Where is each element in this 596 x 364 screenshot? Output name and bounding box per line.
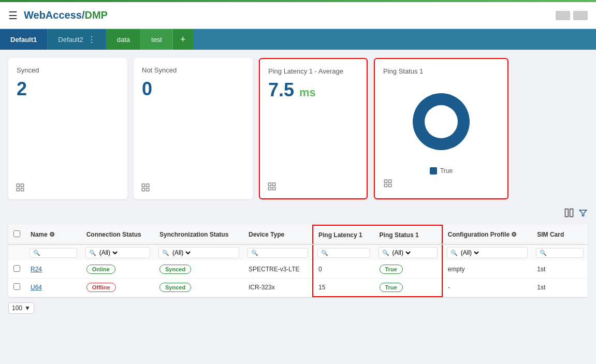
not-synced-card-icon [141,183,150,194]
row1-ping-status-badge: True [380,265,403,274]
svg-rect-16 [384,184,387,187]
header-device-type[interactable]: Device Type [243,225,313,244]
page-size-chevron-icon: ▼ [24,304,31,312]
svg-rect-17 [389,184,391,187]
row1-device-type: SPECTRE-v3-LTE [243,260,313,279]
row1-checkbox[interactable] [13,265,20,272]
row2-connection-badge: Offline [86,283,116,292]
donut-chart: 2 [405,85,477,158]
connection-status-filter[interactable]: 🔍 (All) [85,247,150,258]
tab-add-button[interactable]: + [173,29,193,50]
config-profile-select[interactable]: (All) [459,249,481,257]
filter-icon[interactable] [578,208,588,220]
header-sim-card[interactable]: SIM Card [532,225,588,244]
svg-rect-2 [17,188,19,191]
main-content: Synced 2 Not Synced 0 Ping Latency 1 [0,50,596,327]
synced-card: Synced 2 [8,58,127,199]
page-size-selector[interactable]: 100 ▼ [8,302,34,314]
avatar [556,11,570,20]
logo-webaccess: WebAccess/ [24,9,84,21]
top-bar: ☰ WebAccess/DMP [0,2,596,29]
filter-checkbox-cell [8,244,25,260]
sync-status-select[interactable]: (All) [170,249,192,257]
row2-name-link[interactable]: U64 [31,284,42,291]
svg-rect-11 [273,187,275,190]
ping-latency-value: 7.5 ms [268,79,358,101]
svg-rect-15 [389,180,391,182]
filter-ping-latency-cell: 🔍 [313,244,374,260]
row2-device-type: ICR-323x [243,279,313,297]
row2-checkbox[interactable] [13,283,20,290]
ping-latency-title: Ping Latency 1 - Average [268,67,358,75]
filter-device-cell: 🔍 [243,244,313,260]
hamburger-menu-icon[interactable]: ☰ [8,9,18,22]
tab-more-icon[interactable]: ⋮ [88,35,96,45]
row1-sync-badge: Synced [159,265,191,274]
row2-ping-status-badge: True [380,283,403,292]
header-connection-status[interactable]: Connection Status [81,225,154,244]
logo-dmp: DMP [84,9,107,21]
name-search-icon: 🔍 [33,250,40,256]
table-toolbar [8,208,588,221]
ping-status-title: Ping Status 1 [383,67,423,75]
page-size-value: 100 [12,304,22,312]
header-sync-status[interactable]: Synchronization Status [154,225,243,244]
not-synced-card-title: Not Synced [142,66,244,74]
svg-rect-18 [565,209,569,217]
tab-data[interactable]: data [107,29,141,50]
row2-name: U64 [25,279,81,297]
svg-rect-1 [21,184,24,186]
svg-rect-14 [384,180,387,182]
row1-name: R24 [25,260,81,279]
connection-status-select[interactable]: (All) [97,249,119,257]
svg-rect-7 [147,188,149,191]
legend-label-true: True [440,167,453,174]
svg-marker-20 [579,210,587,216]
ping-latency-filter[interactable]: 🔍 [317,248,370,258]
table-wrapper: Name ⚙ Connection Status Synchronization… [8,225,588,297]
donut-center-value: 2 [438,115,444,128]
svg-rect-10 [268,187,271,190]
row2-checkbox-cell [8,279,25,297]
cards-row: Synced 2 Not Synced 0 Ping Latency 1 [8,58,588,199]
filter-row: 🔍 🔍 (All) 🔍 [8,244,588,260]
row1-sync: Synced [154,260,243,279]
filter-sim-cell: 🔍 [532,244,588,260]
tab-default2[interactable]: Default2 ⋮ [48,29,106,50]
filter-name-cell: 🔍 [25,244,81,260]
sim-card-filter[interactable]: 🔍 [536,248,584,258]
svg-rect-3 [21,188,24,191]
tab-test[interactable]: test [141,29,173,50]
name-search-filter[interactable]: 🔍 [30,248,77,258]
row2-ping-status: True [374,279,442,297]
header-ping-status[interactable]: Ping Status 1 [374,225,442,244]
header-checkbox[interactable] [8,225,25,244]
header-ping-latency[interactable]: Ping Latency 1 [313,225,374,244]
config-gear-icon[interactable]: ⚙ [511,231,517,238]
ping-status-select[interactable]: (All) [390,249,412,257]
row1-checkbox-cell [8,260,25,279]
table-header-row: Name ⚙ Connection Status Synchronization… [8,225,588,244]
ping-status-card: Ping Status 1 2 True [374,58,508,199]
sim-search-icon: 🔍 [540,250,547,256]
row2-config-profile: - [442,279,532,297]
header-name[interactable]: Name ⚙ [25,225,81,244]
pagination-row: 100 ▼ [8,297,588,319]
config-profile-filter[interactable]: 🔍 (All) [447,247,528,258]
data-table: Name ⚙ Connection Status Synchronization… [8,225,588,297]
row1-name-link[interactable]: R24 [31,266,42,273]
tab-default1[interactable]: Default1 [0,29,48,50]
ping-latency-search-icon: 🔍 [321,250,328,256]
app-logo: WebAccess/DMP [24,9,108,21]
filter-connection-cell: 🔍 (All) [81,244,154,260]
sync-status-filter[interactable]: 🔍 (All) [158,247,239,258]
name-gear-icon[interactable]: ⚙ [49,231,55,238]
ping-status-filter[interactable]: 🔍 (All) [379,247,438,258]
select-all-checkbox[interactable] [13,230,20,237]
header-config-profile[interactable]: Configuration Profile ⚙ [442,225,532,244]
svg-rect-6 [142,188,144,191]
row1-connection: Online [81,260,154,279]
columns-toggle-icon[interactable] [564,208,574,221]
device-type-filter[interactable]: 🔍 [248,248,308,258]
not-synced-card: Not Synced 0 [134,58,253,199]
